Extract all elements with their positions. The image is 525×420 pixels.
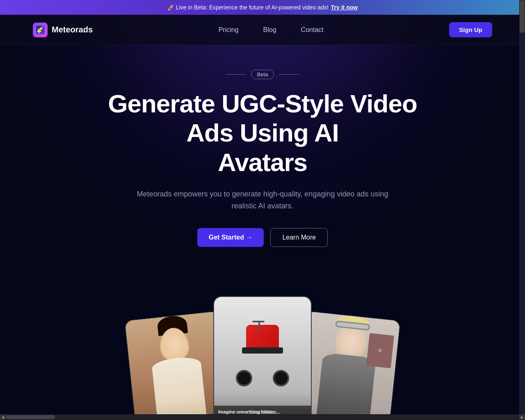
beta-badge: Beta — [251, 70, 274, 79]
product-area — [234, 321, 291, 386]
bottom-scrollbar[interactable]: ◀ ▶ — [0, 414, 525, 420]
hero-buttons: Get Started → Learn More — [8, 228, 517, 247]
nav-pricing[interactable]: Pricing — [219, 26, 239, 34]
nav-links: Pricing Blog Contact — [219, 26, 324, 34]
right-scrollbar[interactable] — [519, 0, 525, 420]
scroll-right-arrow[interactable]: ▶ — [519, 414, 525, 420]
get-started-button[interactable]: Get Started → — [197, 228, 264, 247]
beta-badge-row: Beta — [8, 70, 517, 79]
scooter-wheel-left — [236, 370, 252, 386]
navbar: 🌠 Meteorads Pricing Blog Contact Sign Up — [0, 15, 525, 45]
scooter-deck — [242, 347, 283, 354]
beta-line-right — [279, 74, 299, 75]
signup-button[interactable]: Sign Up — [449, 22, 492, 37]
hero-subtitle: Meteorads empowers you to generate high-… — [135, 188, 390, 212]
scrollbar-thumb-bottom[interactable] — [6, 415, 55, 419]
scooter-handle-bar — [252, 321, 265, 322]
beta-line-left — [226, 74, 246, 75]
logo-text: Meteorads — [52, 25, 93, 34]
learn-more-button[interactable]: Learn More — [270, 228, 328, 247]
logo-area: 🌠 Meteorads — [33, 23, 93, 37]
scooter-body — [246, 325, 279, 349]
video-content-center — [214, 297, 311, 420]
banner-text: 🚀 Live in Beta: Experience the future of… — [167, 4, 329, 11]
logo-icon: 🌠 — [33, 23, 48, 37]
wall-art: 🖼 — [366, 333, 394, 368]
video-card-center: Imagine unearthing hidden... — [213, 296, 312, 420]
hero-section: Beta Generate UGC-Style Video Ads Using … — [0, 45, 525, 288]
nav-blog[interactable]: Blog — [263, 26, 276, 34]
nav-contact[interactable]: Contact — [301, 26, 324, 34]
hero-title-line2: Avatars — [218, 148, 307, 176]
scrollbar-thumb[interactable] — [520, 0, 525, 33]
top-banner: 🚀 Live in Beta: Experience the future of… — [0, 0, 525, 15]
hero-title: Generate UGC-Style Video Ads Using AI Av… — [98, 89, 427, 177]
scroll-left-arrow[interactable]: ◀ — [0, 414, 6, 420]
video-section: Ever imagine your b bathroom... — [0, 288, 525, 420]
navbar-right: Sign Up — [449, 22, 492, 37]
video-card-center-inner: Imagine unearthing hidden... — [214, 297, 311, 420]
scrollbar-track[interactable] — [6, 415, 519, 419]
person-body-left — [151, 356, 209, 420]
hero-title-line1: Generate UGC-Style Video Ads Using AI — [108, 89, 417, 147]
scooter-wheel-right — [273, 370, 289, 386]
scooter-handle-pole — [258, 321, 260, 333]
logo-symbol: 🌠 — [36, 25, 45, 34]
banner-link[interactable]: Try it now — [331, 4, 358, 11]
